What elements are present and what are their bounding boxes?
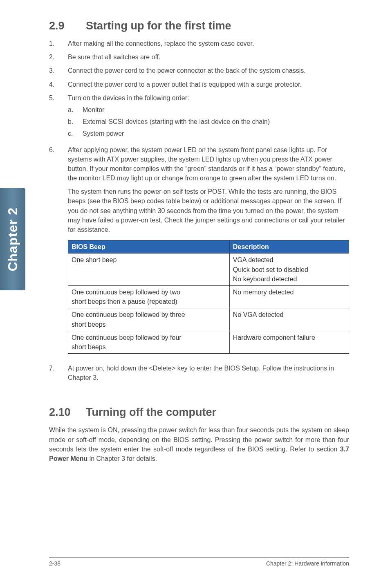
sub-item-text: External SCSI devices (starting with the… xyxy=(83,117,270,126)
page-number: 2-38 xyxy=(49,560,61,567)
item-body: After applying power, the system power L… xyxy=(68,145,349,360)
cell-description: VGA detected Quick boot set to disabled … xyxy=(229,254,349,286)
cell-beep: One short beep xyxy=(68,254,230,286)
item-text: Connect the power cord to a power outlet… xyxy=(68,80,349,89)
list-item: 3.Connect the power cord to the power co… xyxy=(49,66,349,75)
section-heading-29: 2.9Starting up for the first time xyxy=(49,20,349,32)
item-number: 3. xyxy=(49,66,68,75)
cell-description: Hardware component failure xyxy=(229,331,349,353)
item-number: 2. xyxy=(49,52,68,62)
item-text: Be sure that all switches are off. xyxy=(68,52,349,62)
item-text: After applying power, the system power L… xyxy=(68,146,345,182)
item-number: 4. xyxy=(49,80,68,89)
item-text: After making all the connections, replac… xyxy=(68,39,349,48)
cell-line: No keyboard detected xyxy=(233,274,345,284)
sub-item-text: System power xyxy=(83,129,124,138)
list-item: 4.Connect the power cord to a power outl… xyxy=(49,80,349,89)
section-210-body: While the system is ON, pressing the pow… xyxy=(49,425,349,463)
list-item: 5. Turn on the devices in the following … xyxy=(49,93,349,141)
table-row: One continuous beep followed by three sh… xyxy=(68,308,349,331)
bios-beep-table: BIOS Beep Description One short beep VGA… xyxy=(68,240,349,354)
page-footer: 2-38 Chapter 2: Hardware information xyxy=(49,557,349,567)
item-paragraph: The system then runs the power-on self t… xyxy=(68,187,349,234)
section-number: 2.10 xyxy=(49,406,86,419)
sub-item-letter: a. xyxy=(68,105,83,114)
cell-beep: One continuous beep followed by four sho… xyxy=(68,331,230,353)
page: Chapter 2 2.9Starting up for the first t… xyxy=(0,0,390,588)
item-text: Turn on the devices in the following ord… xyxy=(68,94,189,101)
table-header-row: BIOS Beep Description xyxy=(68,240,349,254)
list-item: 2.Be sure that all switches are off. xyxy=(49,52,349,62)
cell-line: short beeps xyxy=(72,342,226,352)
item-number: 5. xyxy=(49,93,68,141)
body-text: While the system is ON, pressing the pow… xyxy=(49,426,349,452)
body-text: in Chapter 3 for details. xyxy=(87,455,157,462)
item-number: 7. xyxy=(49,364,68,382)
section-29-content: 1.After making all the connections, repl… xyxy=(49,39,349,382)
cell-line: VGA detected xyxy=(233,255,345,265)
cell-line: short beeps then a pause (repeated) xyxy=(72,297,226,306)
item-text: Connect the power cord to the power conn… xyxy=(68,66,349,75)
sub-item-letter: c. xyxy=(68,129,83,138)
list-item: 1.After making all the connections, repl… xyxy=(49,39,349,48)
sub-item: c.System power xyxy=(68,129,349,138)
footer-chapter-label: Chapter 2: Hardware information xyxy=(266,560,349,567)
cell-line: One continuous beep followed by four xyxy=(72,333,226,342)
chapter-tab: Chapter 2 xyxy=(0,188,25,290)
item-body: Turn on the devices in the following ord… xyxy=(68,93,349,141)
table-row: One continuous beep followed by four sho… xyxy=(68,331,349,353)
section-heading-210: 2.10Turning off the computer xyxy=(49,406,349,419)
section-title: Turning off the computer xyxy=(86,406,216,418)
cell-beep: One continuous beep followed by three sh… xyxy=(68,308,230,331)
cell-line: One continuous beep followed by three xyxy=(72,310,226,319)
cell-description: No VGA detected xyxy=(229,308,349,331)
chapter-tab-label: Chapter 2 xyxy=(5,207,20,272)
list-item: 7. At power on, hold down the <Delete> k… xyxy=(49,364,349,382)
item-number: 1. xyxy=(49,39,68,48)
ordered-list: 1.After making all the connections, repl… xyxy=(49,39,349,359)
cell-description: No memory detected xyxy=(229,285,349,308)
col-header-beep: BIOS Beep xyxy=(68,240,230,254)
sub-item: b.External SCSI devices (starting with t… xyxy=(68,117,349,126)
cell-line: Quick boot set to disabled xyxy=(233,265,345,274)
cell-beep: One continuous beep followed by two shor… xyxy=(68,285,230,308)
cell-line: short beeps xyxy=(72,320,226,329)
item-text: At power on, hold down the <Delete> key … xyxy=(68,364,349,382)
sub-item: a.Monitor xyxy=(68,105,349,114)
col-header-description: Description xyxy=(229,240,349,254)
table-row: One continuous beep followed by two shor… xyxy=(68,285,349,308)
table-row: One short beep VGA detected Quick boot s… xyxy=(68,254,349,286)
cell-line: One continuous beep followed by two xyxy=(72,287,226,297)
sub-item-text: Monitor xyxy=(83,105,104,114)
item-number: 6. xyxy=(49,145,68,360)
list-item: 6. After applying power, the system powe… xyxy=(49,145,349,360)
section-number: 2.9 xyxy=(49,20,86,32)
sub-list: a.Monitor b.External SCSI devices (start… xyxy=(68,105,349,139)
section-title: Starting up for the first time xyxy=(86,20,231,32)
sub-item-letter: b. xyxy=(68,117,83,126)
